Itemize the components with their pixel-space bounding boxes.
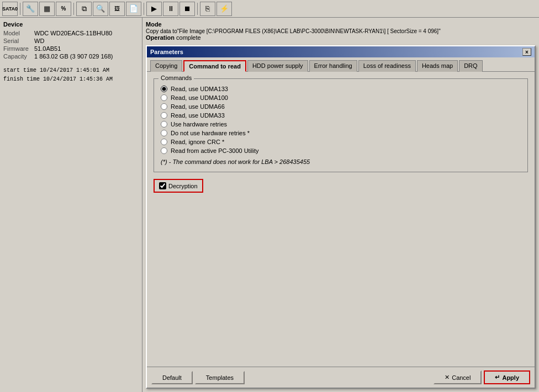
copy2-icon: ⎘ (205, 4, 210, 13)
radio-udma66[interactable]: Read, use UDMA66 (161, 103, 521, 110)
radio-ignore-crc-input[interactable] (161, 139, 167, 145)
radio-active-pc3000[interactable]: Read from active PC-3000 Utility (161, 147, 521, 154)
radio-udma100[interactable]: Read, use UDMA100 (161, 94, 521, 101)
percent-icon: % (61, 6, 66, 12)
radio-udma133-label: Read, use UDMA133 (171, 86, 228, 92)
commands-legend: Commands (158, 75, 194, 81)
file-button[interactable]: 📄 (126, 2, 141, 16)
dialog-close-button[interactable]: × (522, 48, 531, 56)
mode-section: Mode Copy data to"File Image [C:\PROGRAM… (146, 21, 536, 41)
radio-ignore-crc[interactable]: Read, ignore CRC * (161, 139, 521, 145)
footer-right: ✕ Cancel ↵ Apply (434, 370, 530, 384)
dialog-footer: Default Templates ✕ Cancel ↵ Apply (147, 367, 535, 388)
templates-button[interactable]: Templates (195, 371, 245, 384)
play-button[interactable]: ▶ (146, 2, 162, 16)
mode-label: Mode (146, 21, 162, 28)
toolbar: SATA0 🔧 ▦ % ⧉ 🔍 🖼 📄 ▶ ⏸ ⏹ ⎘ ⚡ (0, 0, 539, 18)
cancel-label: Cancel (452, 374, 471, 381)
log-area: start time 10/24/2017 1:45:01 AM finish … (3, 66, 139, 84)
task-icon: ▦ (44, 4, 50, 13)
radio-active-pc3000-input[interactable] (161, 147, 167, 154)
operation-value: complete (176, 34, 201, 41)
tab-copying-label: Copying (155, 62, 177, 69)
tab-command-to-read[interactable]: Command to read (183, 60, 246, 72)
radio-udma66-label: Read, use UDMA66 (171, 103, 225, 110)
file-icon: 📄 (129, 4, 138, 13)
sata-icon: SATA0 (2, 6, 18, 12)
tab-command-to-read-label: Command to read (189, 63, 241, 70)
settings-button[interactable]: 🔧 (23, 2, 38, 16)
dialog-content: Commands Read, use UDMA133 Read, use UDM… (147, 72, 535, 367)
decryption-checkbox[interactable] (159, 182, 166, 189)
wrench-icon: 🔧 (26, 4, 35, 13)
tab-drq-label: DRQ (464, 62, 477, 69)
log-finish: finish time 10/24/2017 1:45:36 AM (3, 75, 139, 84)
dialog-title: Parameters (150, 49, 183, 55)
percent-button[interactable]: % (56, 2, 71, 16)
radio-udma100-input[interactable] (161, 94, 167, 101)
tab-heads-map-label: Heads map (422, 62, 453, 69)
cancel-button[interactable]: ✕ Cancel (434, 370, 482, 384)
image-button[interactable]: 🖼 (109, 2, 125, 16)
radio-udma133-input[interactable] (161, 86, 167, 92)
apply-label: Apply (502, 374, 519, 381)
radio-active-pc3000-label: Read from active PC-3000 Utility (171, 147, 259, 154)
radio-udma33[interactable]: Read, use UDMA33 (161, 112, 521, 119)
firmware-label: Firmware (3, 45, 32, 52)
decryption-wrapper[interactable]: Decryption (154, 179, 203, 193)
tabs-container: Copying Command to read HDD power supply… (147, 57, 535, 72)
radio-udma66-input[interactable] (161, 103, 167, 110)
lightning-button[interactable]: ⚡ (216, 2, 232, 16)
toolbar-separator-3 (144, 3, 144, 15)
radio-hw-retries[interactable]: Use hardware retries (161, 121, 521, 128)
radio-udma133[interactable]: Read, use UDMA133 (161, 86, 521, 92)
stop-button[interactable]: ⏹ (179, 2, 195, 16)
device-section-title: Device (3, 21, 139, 28)
log-start: start time 10/24/2017 1:45:01 AM (3, 66, 139, 75)
main-container: Device Model WDC WD20EACS-11BHU80 Serial… (0, 18, 539, 392)
radio-udma33-input[interactable] (161, 112, 167, 119)
tab-error-handling[interactable]: Error handling (309, 60, 357, 72)
apply-button[interactable]: ↵ Apply (484, 370, 530, 384)
radio-no-hw-retries-input[interactable] (161, 130, 167, 136)
firmware-row: Firmware 51.0AB51 (3, 45, 139, 52)
footer-left: Default Templates (151, 371, 245, 384)
sata-button[interactable]: SATA0 (2, 2, 18, 16)
capacity-value: 1 863.02 GB (3 907 029 168) (34, 53, 113, 60)
tab-copying[interactable]: Copying (150, 60, 182, 72)
image-icon: 🖼 (114, 6, 120, 12)
serial-row: Serial WD (3, 38, 139, 44)
capacity-label: Capacity (3, 53, 32, 60)
serial-label: Serial (3, 38, 32, 44)
tab-drq[interactable]: DRQ (459, 60, 482, 72)
right-panel: Mode Copy data to"File Image [C:\PROGRAM… (142, 18, 539, 392)
model-label: Model (3, 30, 32, 36)
tab-heads-map[interactable]: Heads map (417, 60, 458, 72)
radio-hw-retries-label: Use hardware retries (171, 121, 227, 128)
dialog-titlebar: Parameters × (147, 46, 535, 57)
radio-hw-retries-input[interactable] (161, 121, 167, 128)
toolbar-separator-1 (20, 3, 20, 15)
copy-icon: ⧉ (82, 4, 87, 13)
commands-group: Commands Read, use UDMA133 Read, use UDM… (154, 78, 528, 172)
apply-icon: ↵ (495, 374, 500, 381)
search-button[interactable]: 🔍 (93, 2, 108, 16)
copy2-button[interactable]: ⎘ (200, 2, 215, 16)
play-icon: ▶ (151, 4, 157, 13)
commands-note: (*) - The command does not work for LBA … (161, 158, 521, 165)
radio-no-hw-retries[interactable]: Do not use hardware retries * (161, 130, 521, 136)
serial-value: WD (34, 38, 44, 44)
tab-hdd-power[interactable]: HDD power supply (247, 60, 308, 72)
pause-button[interactable]: ⏸ (163, 2, 178, 16)
mode-value: Copy data to"File Image [C:\PROGRAM FILE… (146, 28, 441, 34)
copy-button[interactable]: ⧉ (76, 2, 92, 16)
left-panel: Device Model WDC WD20EACS-11BHU80 Serial… (0, 18, 142, 392)
task-button[interactable]: ▦ (39, 2, 55, 16)
tab-loss-readiness[interactable]: Loss of readiness (358, 60, 416, 72)
model-value: WDC WD20EACS-11BHU80 (34, 30, 112, 36)
cancel-icon: ✕ (445, 374, 450, 381)
operation-label: Operation (146, 34, 175, 41)
tab-loss-readiness-label: Loss of readiness (363, 62, 411, 69)
default-button[interactable]: Default (151, 371, 193, 384)
model-row: Model WDC WD20EACS-11BHU80 (3, 30, 139, 36)
